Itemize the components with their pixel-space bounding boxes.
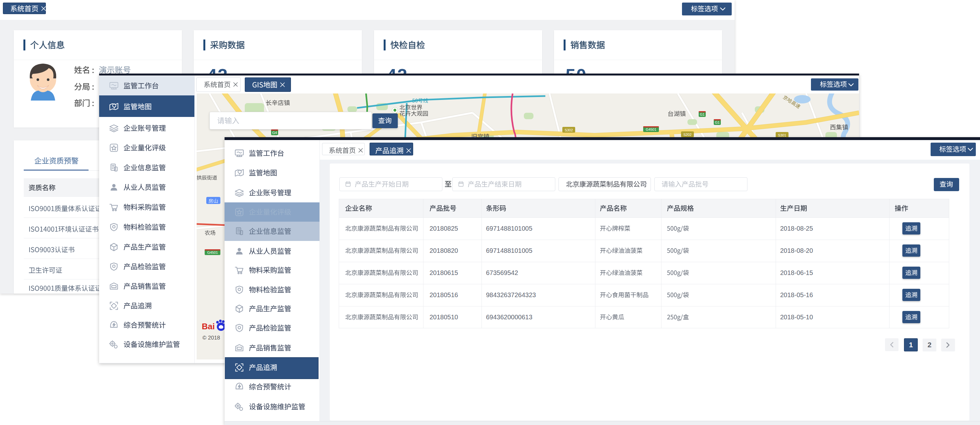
svg-text:G1: G1 [715,120,720,124]
svg-text:S202: S202 [683,133,692,137]
svg-text:G4501: G4501 [207,251,218,254]
svg-text:G4501: G4501 [646,128,656,131]
svg-text:Bai: Bai [202,321,215,331]
svg-text:G4: G4 [272,131,277,134]
svg-text:© 2018: © 2018 [202,335,220,341]
svg-text:S301: S301 [778,133,786,137]
svg-text:S302: S302 [565,128,573,132]
svg-text:G1: G1 [700,112,705,116]
